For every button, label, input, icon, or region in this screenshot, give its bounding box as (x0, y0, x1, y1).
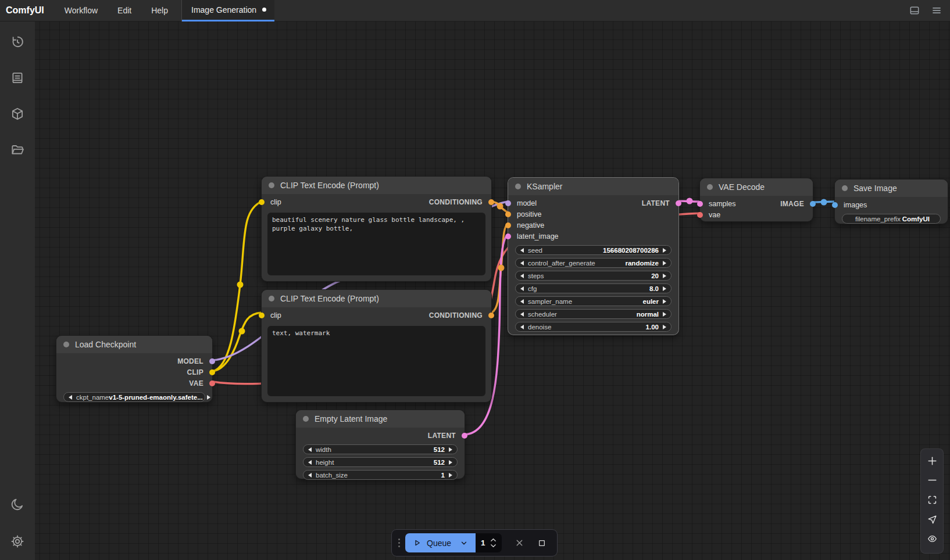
collapse-dot-icon[interactable] (303, 416, 309, 422)
scheduler-widget[interactable]: scheduler normal (515, 309, 672, 319)
decrement-arrow-icon[interactable] (308, 447, 312, 452)
increment-arrow-icon[interactable] (663, 248, 666, 253)
node-header[interactable]: Save Image (835, 180, 948, 197)
node-header[interactable]: KSampler (508, 178, 678, 195)
decrement-arrow-icon[interactable] (308, 473, 312, 478)
decrement-arrow-icon[interactable] (520, 286, 524, 291)
decrement-arrow-icon[interactable] (308, 460, 312, 465)
node-save-image[interactable]: Save Image images filename_prefix ComfyU… (834, 179, 948, 224)
toggle-link-visibility-icon[interactable] (927, 533, 938, 547)
pan-mode-icon[interactable] (927, 514, 938, 527)
decrement-arrow-icon[interactable] (520, 248, 524, 253)
workflows-folder-icon[interactable] (5, 137, 30, 163)
conditioning-output-dot[interactable] (488, 313, 494, 318)
model-output-dot[interactable] (209, 358, 215, 364)
latent-output-dot[interactable] (676, 200, 681, 206)
decrement-arrow-icon[interactable] (69, 395, 72, 400)
ckpt-name-widget[interactable]: ckpt_name v1-5-pruned-emaonly.safete... (63, 392, 205, 402)
latent-output-dot[interactable] (462, 433, 467, 439)
negative-prompt-textarea[interactable]: text, watermark (267, 326, 485, 396)
sampler-name-widget[interactable]: sampler_name euler (515, 296, 672, 306)
collapse-dot-icon[interactable] (707, 184, 713, 190)
node-ksampler[interactable]: KSampler model LATENT positive negative … (508, 177, 679, 335)
images-input-dot[interactable] (832, 202, 838, 208)
vae-output-dot[interactable] (209, 380, 215, 386)
node-load-checkpoint[interactable]: Load Checkpoint MODEL CLIP VAE ckpt_name… (56, 335, 213, 403)
node-header[interactable]: VAE Decode (700, 178, 813, 196)
width-widget[interactable]: width 512 (303, 444, 458, 454)
menu-edit[interactable]: Edit (108, 0, 141, 21)
tab-image-generation[interactable]: Image Generation (182, 0, 274, 21)
control-after-generate-widget[interactable]: control_after_generate randomize (515, 258, 672, 268)
hamburger-menu-icon[interactable] (930, 4, 943, 17)
decrement-arrow-icon[interactable] (520, 261, 524, 265)
menu-workflow[interactable]: Workflow (55, 0, 108, 21)
theme-moon-icon[interactable] (5, 491, 30, 517)
increment-arrow-icon[interactable] (663, 274, 666, 278)
node-header[interactable]: CLIP Text Encode (Prompt) (262, 177, 491, 194)
increment-arrow-icon[interactable] (663, 261, 666, 265)
menu-help[interactable]: Help (141, 0, 178, 21)
decrement-arrow-icon[interactable] (520, 299, 524, 304)
decrement-arrow-icon[interactable] (520, 274, 524, 278)
increment-arrow-icon[interactable] (207, 395, 210, 400)
collapse-dot-icon[interactable] (515, 184, 521, 189)
node-empty-latent-image[interactable]: Empty Latent Image LATENT width 512 heig… (295, 410, 465, 479)
clip-input-dot[interactable] (259, 313, 265, 318)
positive-input-dot[interactable] (505, 211, 511, 217)
bottom-panel-toggle-icon[interactable] (908, 4, 921, 17)
queue-list-icon[interactable] (5, 65, 30, 91)
seed-widget[interactable]: seed 156680208700286 (515, 245, 672, 255)
zoom-out-icon[interactable] (927, 475, 938, 488)
cfg-widget[interactable]: cfg 8.0 (515, 283, 672, 293)
stop-icon[interactable] (537, 539, 547, 548)
increment-arrow-icon[interactable] (449, 473, 452, 478)
image-output-dot[interactable] (810, 201, 816, 207)
vae-input-dot[interactable] (697, 212, 703, 218)
filename-prefix-widget[interactable]: filename_prefix ComfyUI (842, 214, 941, 224)
output-row-latent: LATENT (296, 430, 465, 441)
collapse-dot-icon[interactable] (269, 296, 274, 301)
collapse-dot-icon[interactable] (269, 182, 274, 188)
decrement-arrow-icon[interactable] (520, 325, 524, 329)
clip-input-dot[interactable] (259, 199, 265, 205)
conditioning-output-dot[interactable] (488, 199, 494, 205)
latent-image-input-dot[interactable] (505, 234, 511, 239)
node-library-icon[interactable] (5, 101, 30, 127)
clip-output-dot[interactable] (209, 369, 215, 375)
node-clip-text-encode-negative[interactable]: CLIP Text Encode (Prompt) clip CONDITION… (261, 289, 492, 403)
batch-count-field[interactable]: 1 (476, 533, 502, 552)
stepper-down-icon[interactable] (490, 544, 497, 548)
increment-arrow-icon[interactable] (663, 286, 666, 291)
fit-view-icon[interactable] (927, 494, 938, 508)
steps-widget[interactable]: steps 20 (515, 271, 672, 281)
negative-input-dot[interactable] (505, 222, 511, 228)
positive-prompt-textarea[interactable]: beautiful scenery nature glass bottle la… (267, 213, 485, 275)
queue-button[interactable]: Queue (405, 533, 476, 552)
collapse-dot-icon[interactable] (63, 342, 69, 347)
batch-size-widget[interactable]: batch_size 1 (303, 470, 458, 480)
node-vae-decode[interactable]: VAE Decode samples IMAGE vae (699, 178, 813, 222)
queue-options-chevron-icon[interactable] (460, 539, 468, 547)
settings-gear-icon[interactable] (5, 529, 30, 554)
collapse-dot-icon[interactable] (842, 185, 848, 191)
node-header[interactable]: CLIP Text Encode (Prompt) (262, 290, 491, 307)
decrement-arrow-icon[interactable] (520, 312, 524, 317)
height-widget[interactable]: height 512 (303, 457, 458, 467)
increment-arrow-icon[interactable] (663, 299, 666, 304)
node-header[interactable]: Empty Latent Image (296, 410, 465, 428)
node-header[interactable]: Load Checkpoint (56, 336, 212, 353)
increment-arrow-icon[interactable] (449, 460, 452, 465)
zoom-in-icon[interactable] (927, 455, 938, 469)
samples-input-dot[interactable] (697, 201, 703, 207)
denoise-widget[interactable]: denoise 1.00 (515, 322, 672, 332)
model-input-dot[interactable] (505, 200, 511, 206)
node-clip-text-encode-positive[interactable]: CLIP Text Encode (Prompt) clip CONDITION… (261, 176, 492, 282)
drag-handle-icon[interactable] (398, 539, 400, 547)
history-icon[interactable] (5, 29, 30, 55)
increment-arrow-icon[interactable] (663, 325, 666, 329)
increment-arrow-icon[interactable] (663, 312, 666, 317)
clear-queue-icon[interactable] (515, 538, 524, 548)
increment-arrow-icon[interactable] (449, 447, 452, 452)
stepper-up-icon[interactable] (490, 538, 497, 542)
